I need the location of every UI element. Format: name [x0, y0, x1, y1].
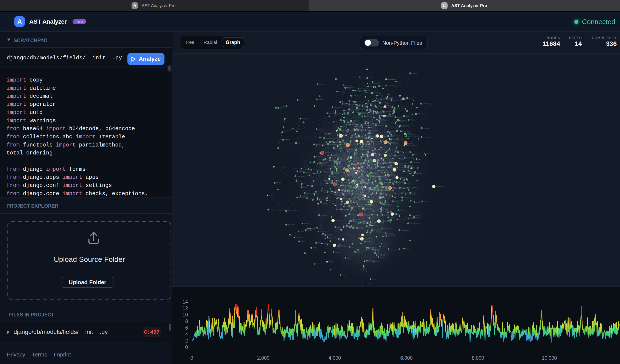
- svg-text:shortcuts.py: shortcuts.py: [346, 172, 354, 174]
- svg-text:settings.py: settings.py: [345, 179, 352, 180]
- svg-text:tree.py: tree.py: [373, 214, 378, 215]
- svg-text:urls.py: urls.py: [360, 136, 365, 137]
- svg-text:hstore.py: hstore.py: [374, 81, 380, 83]
- svg-text:debug.py: debug.py: [376, 111, 382, 113]
- svg-text:indexes.py: indexes.py: [391, 182, 398, 184]
- svg-text:backends.py: backends.py: [356, 251, 364, 253]
- svg-text:decorators.py: decorators.py: [411, 214, 420, 216]
- svg-text:jsonb.py: jsonb.py: [374, 176, 380, 177]
- svg-text:creation.py: creation.py: [407, 166, 414, 168]
- svg-text:version.py: version.py: [318, 98, 325, 100]
- svg-text:8: 8: [185, 318, 188, 324]
- svg-text:signing.py: signing.py: [377, 160, 383, 162]
- svg-text:functional.py: functional.py: [371, 130, 378, 131]
- svg-text:aggregates.py: aggregates.py: [379, 161, 388, 163]
- svg-text:static.py: static.py: [335, 252, 340, 253]
- svg-text:wsgi.py: wsgi.py: [374, 210, 380, 212]
- svg-text:dates.py: dates.py: [364, 208, 370, 210]
- svg-text:backends.py: backends.py: [350, 201, 357, 203]
- svg-text:defaults.py: defaults.py: [353, 163, 360, 165]
- svg-text:registry.py: registry.py: [309, 228, 316, 229]
- svg-text:registry.py: registry.py: [423, 127, 430, 129]
- svg-text:library.py: library.py: [348, 225, 354, 226]
- svg-text:hstore.py: hstore.py: [350, 161, 356, 162]
- svg-text:middleware.py: middleware.py: [352, 95, 362, 97]
- svg-text:schema.py: schema.py: [383, 214, 390, 216]
- svg-text:apps.py: apps.py: [276, 182, 281, 184]
- svg-text:registry.py: registry.py: [320, 214, 327, 216]
- svg-text:crypto.py: crypto.py: [368, 246, 374, 248]
- svg-text:timezone.py: timezone.py: [356, 128, 364, 130]
- svg-text:dates.py: dates.py: [352, 156, 357, 157]
- svg-text:base.py: base.py: [340, 238, 345, 240]
- svg-text:files.py: files.py: [374, 193, 378, 194]
- svg-text:functions.py: functions.py: [373, 92, 381, 94]
- svg-text:forms.py: forms.py: [393, 165, 398, 166]
- svg-text:12: 12: [182, 305, 188, 311]
- svg-text:html.py: html.py: [384, 136, 388, 137]
- svg-text:csrf.py: csrf.py: [392, 187, 397, 189]
- svg-text:regex_helper.py: regex_helper.py: [369, 83, 379, 84]
- svg-text:schema.py: schema.py: [352, 167, 358, 169]
- svg-text:checks.py: checks.py: [331, 160, 337, 162]
- svg-text:base.py: base.py: [372, 167, 378, 169]
- svg-text:safestring.py: safestring.py: [392, 134, 401, 136]
- svg-text:reverse_related.py: reverse_related.py: [331, 156, 343, 158]
- svg-text:fields.py: fields.py: [400, 105, 405, 107]
- svg-text:module_loading.py: module_loading.py: [356, 101, 368, 103]
- svg-text:defaults.py: defaults.py: [350, 144, 357, 146]
- svg-text:translation.py: translation.py: [423, 103, 431, 105]
- svg-text:html.py: html.py: [384, 236, 389, 238]
- svg-text:operations.py: operations.py: [381, 179, 390, 180]
- svg-text:settings.py: settings.py: [347, 87, 354, 89]
- svg-text:deletion.py: deletion.py: [383, 209, 390, 211]
- svg-text:views.py: views.py: [343, 135, 349, 137]
- svg-text:schema.py: schema.py: [399, 167, 405, 168]
- svg-text:indexes.py: indexes.py: [391, 162, 398, 163]
- svg-text:utils.py: utils.py: [360, 206, 365, 208]
- svg-text:search.py: search.py: [397, 116, 403, 118]
- svg-text:constraints.py: constraints.py: [406, 157, 415, 159]
- svg-text:functions.py: functions.py: [371, 165, 378, 166]
- svg-text:citext.py: citext.py: [363, 156, 368, 158]
- svg-text:forms.py: forms.py: [392, 139, 398, 140]
- svg-text:tree.py: tree.py: [350, 166, 354, 168]
- svg-text:features.py: features.py: [385, 106, 392, 108]
- svg-text:detail.py: detail.py: [299, 170, 304, 172]
- svg-text:cache.py: cache.py: [394, 213, 400, 215]
- svg-text:apps.py: apps.py: [375, 261, 380, 262]
- svg-text:citext.py: citext.py: [389, 212, 395, 213]
- svg-text:debug.py: debug.py: [326, 180, 332, 181]
- svg-text:text.py: text.py: [377, 250, 381, 252]
- svg-text:fields.py: fields.py: [410, 119, 415, 121]
- svg-text:6,000: 6,000: [400, 355, 413, 361]
- svg-text:crypto.py: crypto.py: [323, 190, 328, 191]
- svg-text:trans_real.py: trans_real.py: [362, 143, 370, 145]
- svg-text:engine.py: engine.py: [376, 252, 383, 254]
- svg-text:uploadhandler.py: uploadhandler.py: [330, 155, 340, 156]
- svg-text:defaults.py: defaults.py: [366, 261, 373, 262]
- svg-text:termcolors.py: termcolors.py: [385, 163, 394, 165]
- svg-text:schema.py: schema.py: [423, 136, 430, 138]
- svg-text:debug.py: debug.py: [379, 166, 385, 167]
- svg-text:models.py: models.py: [401, 126, 407, 128]
- svg-text:termcolors.py: termcolors.py: [378, 193, 387, 194]
- svg-text:urls.py: urls.py: [389, 96, 393, 98]
- svg-text:http.py: http.py: [366, 90, 371, 91]
- svg-text:constants.py: constants.py: [401, 229, 409, 231]
- svg-text:creation.py: creation.py: [371, 189, 378, 191]
- svg-text:0002_alter.py: 0002_alter.py: [397, 169, 405, 171]
- svg-text:safestring.py: safestring.py: [354, 193, 362, 195]
- svg-text:debug.py: debug.py: [399, 177, 405, 179]
- svg-text:utils.py: utils.py: [369, 132, 374, 134]
- svg-text:json.py: json.py: [381, 197, 386, 199]
- svg-text:http.py: http.py: [370, 197, 374, 198]
- svg-text:signing.py: signing.py: [370, 125, 376, 126]
- svg-text:list.py: list.py: [383, 182, 387, 183]
- svg-text:timezone.py: timezone.py: [320, 231, 327, 233]
- svg-text:defaults.py: defaults.py: [326, 133, 333, 134]
- svg-text:defaults.py: defaults.py: [355, 187, 362, 188]
- svg-text:forms.py: forms.py: [369, 155, 374, 157]
- svg-text:finders.py: finders.py: [392, 100, 399, 102]
- svg-text:signals.py: signals.py: [387, 232, 393, 234]
